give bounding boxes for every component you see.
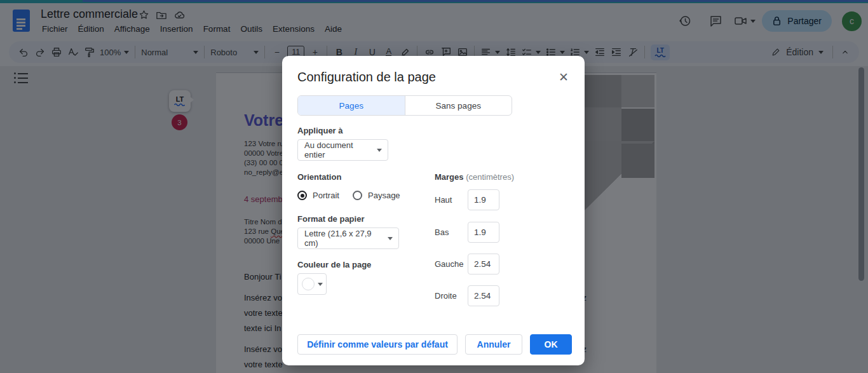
color-swatch-white [302, 278, 315, 290]
margin-gauche-label: Gauche [435, 259, 464, 269]
close-button[interactable]: ✕ [555, 69, 572, 85]
page-color-select[interactable] [297, 273, 327, 295]
dropdown-caret-icon [377, 149, 382, 152]
dropdown-caret-icon [318, 283, 323, 286]
dialog-tabs: Pages Sans pages [297, 95, 512, 116]
margin-haut-label: Haut [435, 195, 452, 205]
margins-label: Marges (centimètres) [435, 172, 514, 182]
google-docs-window: Lettre commerciale Fichier Édition Affic… [0, 0, 868, 373]
margin-droite-label: Droite [435, 291, 457, 301]
cancel-button[interactable]: Annuler [465, 334, 522, 355]
margins-word: Marges [435, 172, 464, 182]
tab-pageless[interactable]: Sans pages [405, 96, 512, 115]
paper-format-value: Lettre (21,6 x 27,9 cm) [304, 229, 381, 248]
dialog-title: Configuration de la page [297, 70, 436, 85]
radio-portrait-label: Portrait [313, 191, 339, 200]
set-as-default-button[interactable]: Définir comme valeurs par défaut [297, 334, 458, 355]
paper-format-label: Format de papier [297, 214, 364, 224]
apply-to-select[interactable]: Au document entier [297, 139, 388, 161]
margin-bas-label: Bas [435, 227, 449, 237]
radio-portrait[interactable]: Portrait [297, 191, 339, 200]
radio-paysage[interactable]: Paysage [353, 191, 400, 200]
radio-paysage-label: Paysage [368, 191, 400, 200]
radio-unselected-icon [353, 191, 362, 200]
ok-button[interactable]: OK [530, 334, 572, 355]
margin-gauche-input[interactable] [468, 254, 499, 275]
margin-haut-input[interactable] [468, 189, 499, 210]
page-color-label: Couleur de la page [297, 260, 371, 269]
margins-unit: (centimètres) [466, 172, 514, 182]
margin-droite-input[interactable] [468, 285, 499, 306]
tab-pages[interactable]: Pages [298, 96, 405, 115]
orientation-label: Orientation [297, 172, 341, 182]
radio-selected-icon [297, 191, 307, 200]
apply-to-value: Au document entier [304, 140, 370, 159]
margin-bas-input[interactable] [468, 222, 499, 243]
apply-to-label: Appliquer à [297, 126, 343, 135]
page-setup-dialog: Configuration de la page ✕ Pages Sans pa… [282, 56, 585, 365]
dropdown-caret-icon [388, 237, 393, 240]
paper-format-select[interactable]: Lettre (21,6 x 27,9 cm) [297, 227, 399, 249]
